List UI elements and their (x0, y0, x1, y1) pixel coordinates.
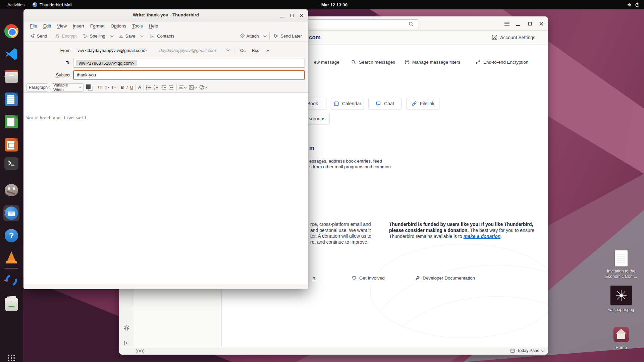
support-link[interactable]: rt (313, 274, 315, 282)
dock-item-terminal[interactable] (3, 156, 19, 172)
dock: ? (0, 9, 23, 362)
dock-item-vscode[interactable] (3, 46, 19, 62)
dock-item-chrome[interactable] (3, 23, 19, 39)
attach-button[interactable]: Attach (237, 32, 261, 40)
calendar-card[interactable]: Calendar (331, 98, 364, 109)
menu-format[interactable]: Format (87, 23, 108, 28)
e2e-encryption-link[interactable]: End-to-end Encryption (476, 58, 528, 66)
remove-formatting-button[interactable]: A/ (138, 85, 141, 90)
dock-item-software-updater[interactable] (3, 272, 19, 288)
dock-item-help[interactable]: ? (3, 228, 19, 244)
subject-input-focused[interactable]: thank-you (73, 70, 305, 80)
cc-button[interactable]: Cc (240, 48, 246, 53)
clock-menu[interactable]: Mar 12 13:30 (321, 0, 347, 9)
text-color-picker[interactable] (86, 84, 93, 90)
numbered-list-button[interactable] (154, 85, 159, 90)
send-button[interactable]: Send (28, 32, 49, 40)
underline-button[interactable]: U (130, 85, 133, 90)
paragraph-format-select[interactable]: Paragraph (26, 83, 48, 92)
dock-item-trash[interactable] (3, 296, 19, 312)
italic-button[interactable]: I (126, 85, 127, 90)
indent-button[interactable] (169, 85, 174, 90)
save-button[interactable]: Save (116, 32, 138, 40)
menu-mnemonic: F (30, 23, 33, 28)
chat-card[interactable]: Chat (368, 98, 401, 109)
menu-edit[interactable]: Edit (40, 23, 54, 28)
button-label: Encrypt (62, 34, 76, 39)
menu-options[interactable]: Options (108, 23, 129, 28)
font-select[interactable]: Variable Width (51, 83, 84, 92)
today-pane-toggle[interactable]: Today Pane (510, 348, 544, 353)
focused-app-menu[interactable]: Thunderbird Mail (33, 0, 72, 9)
maximize-button[interactable] (288, 11, 296, 19)
decrease-font-icon[interactable]: T▾ (105, 85, 109, 90)
encrypt-button-disabled[interactable]: Encrypt (52, 32, 79, 40)
message-body-editor[interactable]: -- Work hard and live well (23, 93, 308, 284)
collapse-spaces-icon[interactable] (123, 340, 130, 346)
chevron-down-icon (541, 349, 545, 352)
desktop-icon-wallpaper[interactable]: wallpaper.png (599, 286, 643, 312)
bold-button[interactable]: B (121, 85, 124, 90)
minimize-button[interactable] (278, 11, 286, 19)
dock-item-gimp[interactable] (3, 182, 19, 198)
libreoffice-calc-icon (5, 115, 18, 128)
dock-item-vlc[interactable] (3, 249, 19, 265)
system-status-area[interactable] (627, 0, 640, 9)
to-input[interactable]: ww <1786376187@qq.com> (73, 59, 305, 68)
outdent-button[interactable] (161, 85, 166, 90)
spelling-dropdown[interactable] (109, 34, 115, 39)
dock-item-writer[interactable] (3, 91, 19, 107)
dock-item-files[interactable] (3, 68, 19, 84)
new-message-link[interactable]: ew message (314, 58, 339, 66)
manage-filters-link[interactable]: Manage message filters (405, 58, 460, 66)
menu-file[interactable]: File (27, 23, 40, 28)
action-label: Manage message filters (412, 60, 460, 65)
spelling-button[interactable]: Spelling (80, 32, 107, 40)
compose-menubar: File Edit View Insert Format Options Too… (23, 21, 308, 31)
minimize-button[interactable] (514, 20, 522, 28)
dock-item-thunderbird-active[interactable] (3, 205, 19, 221)
menu-insert[interactable]: Insert (70, 23, 87, 28)
close-button[interactable] (537, 20, 545, 28)
menu-tools[interactable]: Tools (129, 23, 146, 28)
alignment-button[interactable] (179, 85, 186, 89)
settings-gear-icon[interactable] (123, 325, 130, 331)
account-settings-link[interactable]: Account Settings (492, 35, 535, 40)
desktop-icon-invitation[interactable]: Invitation to the Economic Conf... (599, 250, 643, 279)
menu-help[interactable]: Help (146, 23, 161, 28)
from-dropdown-icon[interactable] (226, 48, 230, 51)
increase-font-icon[interactable]: T▴ (111, 85, 116, 90)
contacts-button[interactable]: Contacts (148, 32, 176, 40)
search-messages-link[interactable]: Search messages (351, 58, 395, 66)
compose-toolbar: Send Encrypt Spelling Save Contacts (23, 31, 308, 42)
more-addressing-button[interactable]: » (266, 48, 269, 53)
menu-view[interactable]: View (54, 23, 70, 28)
attach-dropdown[interactable] (262, 34, 268, 39)
dock-item-calc[interactable] (3, 114, 19, 130)
desktop-icon-home[interactable]: Home (599, 327, 643, 350)
show-applications-button[interactable] (3, 350, 19, 362)
insert-image-button[interactable] (189, 85, 197, 90)
button-label: Attach (247, 34, 259, 39)
from-identity-value[interactable]: vivi <daydayhappyvivi@gmail.com> (77, 48, 147, 53)
insert-smiley-button[interactable] (199, 85, 207, 90)
send-later-button[interactable]: Send Later (271, 32, 304, 40)
activities-button[interactable]: Activities (5, 0, 26, 9)
dock-item-impress[interactable] (3, 137, 19, 153)
speaker-icon (627, 2, 632, 7)
close-button[interactable] (298, 11, 306, 19)
chevron-down-icon (49, 86, 51, 88)
filelink-card[interactable]: Filelink (407, 98, 439, 109)
app-menu-button[interactable] (503, 20, 511, 28)
to-label: To (23, 60, 70, 65)
maximize-button[interactable] (526, 20, 534, 28)
font-size-icon[interactable]: TT (97, 85, 102, 90)
compose-titlebar[interactable]: Write: thank-you - Thunderbird (23, 9, 308, 21)
bcc-button[interactable]: Bcc (252, 48, 259, 53)
question-glyph: ? (9, 231, 14, 240)
import-line: essages, address book entries, feed (309, 158, 391, 164)
lock-slash-icon (55, 34, 60, 39)
recipient-pill[interactable]: ww <1786376187@qq.com> (76, 60, 137, 66)
save-dropdown[interactable] (139, 34, 145, 39)
bullet-list-button[interactable] (146, 85, 151, 90)
